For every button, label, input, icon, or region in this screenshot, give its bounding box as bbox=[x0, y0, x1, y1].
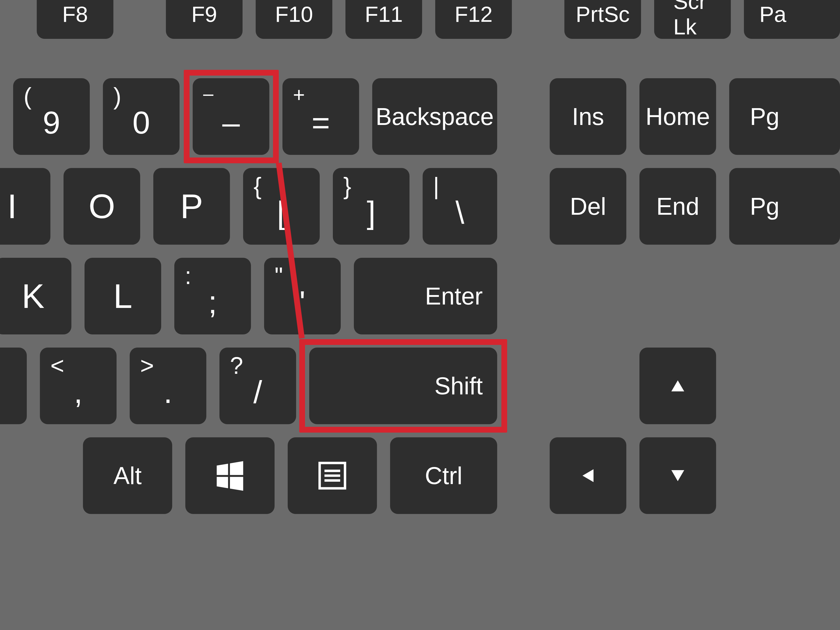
svg-marker-2 bbox=[230, 461, 243, 475]
key-label: F11 bbox=[365, 2, 403, 27]
key-period[interactable]: > . bbox=[129, 347, 206, 424]
key-label: PrtSc bbox=[576, 2, 630, 27]
key-label: Ins bbox=[572, 103, 604, 131]
key-f8[interactable]: F8 bbox=[37, 0, 114, 39]
key-label: Shift bbox=[434, 372, 483, 400]
key-label: End bbox=[656, 193, 699, 220]
key-label: Del bbox=[570, 193, 606, 220]
key-label: Pg bbox=[750, 193, 780, 220]
key-upper: { bbox=[254, 174, 261, 198]
key-label: Home bbox=[646, 103, 710, 131]
key-lower: , bbox=[74, 376, 82, 408]
key-label: I bbox=[7, 186, 17, 226]
key-prtsc[interactable]: PrtSc bbox=[564, 0, 641, 39]
key-comma[interactable]: < , bbox=[40, 347, 117, 424]
key-equals[interactable]: + = bbox=[283, 78, 359, 155]
key-l[interactable]: L bbox=[85, 258, 161, 335]
key-shift-right[interactable]: Shift bbox=[309, 347, 497, 424]
triangle-up-icon bbox=[669, 377, 687, 395]
triangle-left-icon bbox=[579, 466, 597, 485]
svg-marker-9 bbox=[583, 469, 594, 482]
key-upper: ? bbox=[230, 354, 243, 377]
svg-marker-4 bbox=[230, 477, 243, 491]
key-lower: 9 bbox=[43, 107, 60, 138]
svg-marker-10 bbox=[671, 470, 684, 481]
key-upper: + bbox=[293, 85, 305, 105]
key-label: K bbox=[22, 276, 45, 316]
windows-icon bbox=[214, 460, 246, 491]
key-label: L bbox=[114, 276, 132, 316]
key-m-partial[interactable] bbox=[0, 347, 27, 424]
svg-marker-0 bbox=[671, 381, 684, 392]
key-lower: – bbox=[222, 107, 240, 138]
key-windows[interactable] bbox=[185, 437, 275, 514]
key-label: F10 bbox=[275, 2, 313, 27]
svg-marker-3 bbox=[217, 477, 228, 488]
key-f12[interactable]: F12 bbox=[435, 0, 512, 39]
key-upper: > bbox=[140, 354, 154, 377]
key-pgup-partial[interactable]: Pg bbox=[729, 78, 840, 155]
key-home[interactable]: Home bbox=[639, 78, 716, 155]
key-label: F9 bbox=[191, 2, 217, 27]
key-enter[interactable]: Enter bbox=[354, 258, 497, 335]
key-upper: – bbox=[203, 85, 213, 103]
key-ctrl[interactable]: Ctrl bbox=[390, 437, 497, 514]
key-label: Scr Lk bbox=[673, 0, 712, 39]
key-upper: : bbox=[185, 264, 191, 288]
key-bracket-left[interactable]: { [ bbox=[243, 168, 320, 245]
key-label: F8 bbox=[62, 2, 88, 27]
key-delete[interactable]: Del bbox=[549, 168, 626, 245]
key-upper: " bbox=[275, 264, 283, 288]
key-upper: ) bbox=[114, 85, 121, 108]
key-label: Alt bbox=[114, 462, 142, 489]
key-quote[interactable]: " ' bbox=[264, 258, 341, 335]
key-f11[interactable]: F11 bbox=[346, 0, 422, 39]
key-label: Pa bbox=[759, 2, 786, 27]
key-arrow-down[interactable] bbox=[639, 437, 716, 514]
key-f10[interactable]: F10 bbox=[256, 0, 332, 39]
key-label: Enter bbox=[425, 283, 483, 310]
key-backslash[interactable]: | \ bbox=[423, 168, 497, 245]
key-label: Backspace bbox=[376, 103, 494, 131]
key-arrow-up[interactable] bbox=[639, 347, 716, 424]
key-lower: = bbox=[312, 107, 330, 138]
key-end[interactable]: End bbox=[639, 168, 716, 245]
key-lower: 0 bbox=[133, 107, 150, 138]
key-bracket-right[interactable]: } ] bbox=[333, 168, 409, 245]
key-9[interactable]: ( 9 bbox=[13, 78, 90, 155]
key-pgdn-partial[interactable]: Pg bbox=[729, 168, 840, 245]
key-p[interactable]: P bbox=[153, 168, 230, 245]
triangle-down-icon bbox=[669, 466, 687, 485]
key-lower: \ bbox=[455, 197, 464, 228]
key-upper: } bbox=[343, 174, 351, 198]
key-f9[interactable]: F9 bbox=[166, 0, 243, 39]
key-lower: ; bbox=[208, 286, 217, 318]
key-backspace[interactable]: Backspace bbox=[372, 78, 497, 155]
key-slash[interactable]: ? / bbox=[219, 347, 296, 424]
key-label: Pg bbox=[750, 103, 780, 131]
key-pause-partial[interactable]: Pa bbox=[744, 0, 840, 39]
svg-marker-1 bbox=[217, 464, 228, 475]
key-lower: ' bbox=[300, 286, 306, 318]
key-menu[interactable] bbox=[288, 437, 377, 514]
key-label: P bbox=[180, 186, 203, 226]
menu-icon bbox=[317, 461, 347, 491]
key-lower: [ bbox=[277, 197, 286, 228]
key-i[interactable]: I bbox=[0, 168, 51, 245]
key-o[interactable]: O bbox=[63, 168, 140, 245]
key-0[interactable]: ) 0 bbox=[103, 78, 180, 155]
key-upper: | bbox=[433, 174, 439, 198]
key-k[interactable]: K bbox=[0, 258, 71, 335]
key-upper: < bbox=[51, 354, 64, 377]
key-semicolon[interactable]: : ; bbox=[174, 258, 251, 335]
key-lower: / bbox=[253, 376, 262, 408]
key-label: Ctrl bbox=[425, 462, 462, 489]
key-label: O bbox=[88, 186, 115, 226]
key-scrlk[interactable]: Scr Lk bbox=[654, 0, 731, 39]
key-alt[interactable]: Alt bbox=[83, 437, 172, 514]
key-insert[interactable]: Ins bbox=[549, 78, 626, 155]
key-arrow-left[interactable] bbox=[549, 437, 626, 514]
key-minus[interactable]: – – bbox=[193, 78, 269, 155]
key-lower: ] bbox=[367, 197, 375, 228]
key-upper: ( bbox=[24, 85, 32, 108]
